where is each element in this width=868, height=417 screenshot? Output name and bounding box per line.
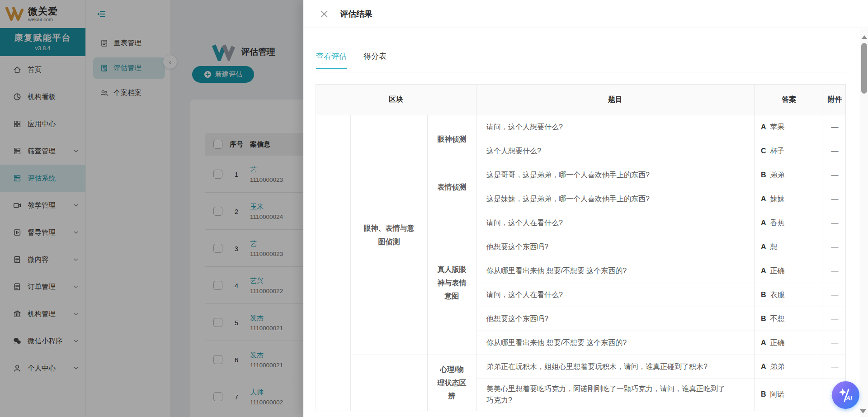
ai-sparkle-icon: AI bbox=[837, 386, 855, 404]
answer-text: 香蕉 bbox=[770, 219, 785, 227]
block-name-cell: 真人版眼神与表情意图 bbox=[428, 211, 476, 355]
scrollbar-down-arrow[interactable] bbox=[860, 409, 866, 413]
answer-letter: A bbox=[761, 123, 766, 131]
answer-text: 正确 bbox=[770, 339, 785, 346]
spacer-cell bbox=[316, 115, 351, 411]
answer-text: 弟弟 bbox=[770, 171, 785, 179]
drawer-header: 评估结果 bbox=[303, 0, 868, 28]
answer-letter: B bbox=[761, 291, 766, 299]
assessment-table-header: 区块 题目 答案 附件 bbox=[316, 85, 846, 115]
answer-text: 不想 bbox=[770, 315, 785, 322]
header-question: 题目 bbox=[476, 85, 755, 115]
question-cell: 请问，这个人在看什么? bbox=[476, 283, 755, 307]
answer-letter: A bbox=[761, 195, 766, 203]
answer-letter: B bbox=[761, 171, 766, 179]
block-name-cell: 眼神侦测 bbox=[428, 115, 476, 163]
answer-cell: A妹妹 bbox=[755, 187, 824, 211]
attachment-cell: — bbox=[824, 283, 846, 307]
assessment-result-drawer: 评估结果 查看评估 得分表 区块 题目 答案 附件 眼神、表情与意图侦测眼神侦测… bbox=[303, 0, 868, 417]
drawer-title: 评估结果 bbox=[340, 9, 373, 19]
answer-text: 杯子 bbox=[770, 147, 785, 155]
attachment-cell: — bbox=[824, 115, 846, 139]
question-cell: 他想要这个东西吗? bbox=[476, 307, 755, 331]
question-cell: 他想要这个东西吗? bbox=[476, 235, 755, 259]
attachment-cell: — bbox=[824, 331, 846, 355]
attachment-cell: — bbox=[824, 211, 846, 235]
tab-score-sheet[interactable]: 得分表 bbox=[363, 51, 387, 69]
answer-cell: B弟弟 bbox=[755, 163, 824, 187]
answer-text: 妹妹 bbox=[770, 195, 785, 203]
header-attachment: 附件 bbox=[824, 85, 846, 115]
answer-cell: A想 bbox=[755, 235, 824, 259]
answer-letter: A bbox=[761, 267, 766, 275]
assessment-row: 心理/物理状态区辨弟弟正在玩积木，姐姐心里想着要玩积木，请问，谁真正碰到了积木?… bbox=[316, 355, 846, 379]
assessment-row: 眼神、表情与意图侦测眼神侦测请问，这个人想要什么?A苹果— bbox=[316, 115, 846, 139]
answer-cell: A苹果 bbox=[755, 115, 824, 139]
attachment-cell: — bbox=[824, 139, 846, 163]
scrollbar-up-arrow[interactable] bbox=[862, 35, 867, 39]
question-cell: 弟弟正在玩积木，姐姐心里想着要玩积木，请问，谁真正碰到了积木? bbox=[476, 355, 755, 379]
question-cell: 美美心里想着要吃巧克力，阿诺刚刚吃了一颗巧克力，请问，谁真正吃到了巧克力? bbox=[476, 379, 755, 411]
drawer-tabs: 查看评估 得分表 bbox=[316, 51, 387, 69]
answer-letter: B bbox=[761, 390, 766, 398]
attachment-cell: — bbox=[824, 355, 846, 379]
question-cell: 这个人想要什么? bbox=[476, 139, 755, 163]
question-cell: 请问，这个人在看什么? bbox=[476, 211, 755, 235]
answer-text: 阿诺 bbox=[770, 390, 785, 398]
answer-cell: B阿诺 bbox=[755, 379, 824, 411]
answer-letter: C bbox=[761, 147, 766, 155]
answer-cell: B衣服 bbox=[755, 283, 824, 307]
answer-letter: A bbox=[761, 363, 766, 370]
question-cell: 你从哪里看出来他 想要/不想要 这个东西的? bbox=[476, 331, 755, 355]
assessment-table: 区块 题目 答案 附件 眼神、表情与意图侦测眼神侦测请问，这个人想要什么?A苹果… bbox=[316, 84, 846, 411]
svg-text:AI: AI bbox=[845, 395, 852, 402]
tab-view-assessment[interactable]: 查看评估 bbox=[316, 51, 347, 69]
block-name-cell: 心理/物理状态区辨 bbox=[428, 355, 476, 411]
answer-cell: C杯子 bbox=[755, 139, 824, 163]
answer-text: 弟弟 bbox=[770, 363, 785, 370]
attachment-cell: — bbox=[824, 259, 846, 283]
answer-text: 正确 bbox=[770, 267, 785, 275]
attachment-cell: — bbox=[824, 307, 846, 331]
answer-text: 想 bbox=[770, 243, 778, 251]
answer-cell: B不想 bbox=[755, 307, 824, 331]
header-block: 区块 bbox=[316, 85, 476, 115]
question-cell: 请问，这个人想要什么? bbox=[476, 115, 755, 139]
answer-letter: B bbox=[761, 315, 766, 322]
block-name-cell: 表情侦测 bbox=[428, 163, 476, 211]
header-answer: 答案 bbox=[755, 85, 824, 115]
answer-text: 苹果 bbox=[770, 123, 785, 131]
answer-cell: A正确 bbox=[755, 331, 824, 355]
answer-letter: A bbox=[761, 243, 766, 251]
question-cell: 你从哪里看出来他 想要/不想要 这个东西的? bbox=[476, 259, 755, 283]
answer-cell: A香蕉 bbox=[755, 211, 824, 235]
answer-cell: A弟弟 bbox=[755, 355, 824, 379]
close-icon[interactable] bbox=[320, 9, 329, 19]
question-cell: 这是哥哥，这是弟弟，哪一个人喜欢他手上的东西? bbox=[476, 163, 755, 187]
ai-assistant-button[interactable]: AI bbox=[832, 381, 859, 409]
section-group-cell: 眼神、表情与意图侦测 bbox=[351, 115, 428, 355]
attachment-cell: — bbox=[824, 235, 846, 259]
tabs-divider bbox=[316, 72, 846, 72]
scrollbar-thumb[interactable] bbox=[861, 43, 867, 94]
answer-letter: A bbox=[761, 219, 766, 227]
attachment-cell: — bbox=[824, 163, 846, 187]
section-group-cell bbox=[351, 355, 428, 411]
question-cell: 这是妹妹，这是弟弟，哪一个人喜欢他手上的东西? bbox=[476, 187, 755, 211]
answer-letter: A bbox=[761, 339, 766, 346]
answer-text: 衣服 bbox=[770, 291, 785, 299]
attachment-cell: — bbox=[824, 187, 846, 211]
answer-cell: A正确 bbox=[755, 259, 824, 283]
